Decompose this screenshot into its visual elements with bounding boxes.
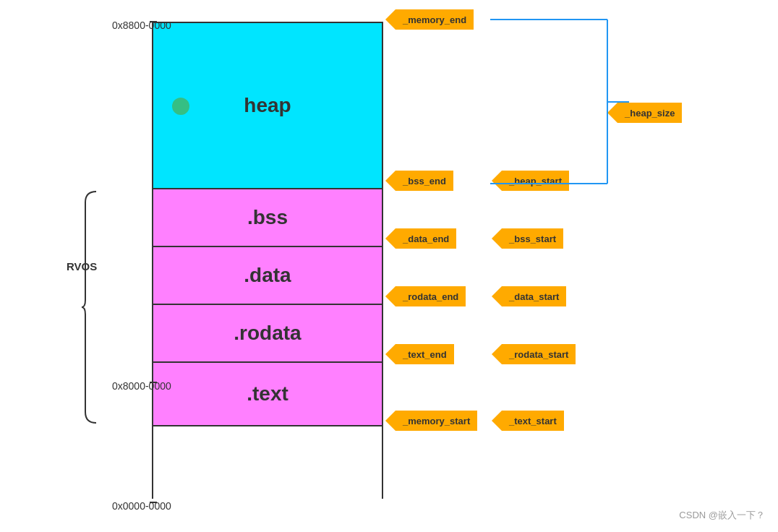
data-start-label: _data_start — [502, 286, 566, 306]
arrow-data-start: _data_start — [492, 286, 556, 306]
addr-top: 0x8800-0000 — [112, 20, 171, 31]
addr-tick-mid — [150, 382, 157, 383]
diagram-container: heap .bss .data .rodata .text 0x8800-000… — [0, 0, 778, 532]
bss-start-label: _bss_start — [502, 228, 563, 249]
text-end-label: _text_end — [396, 344, 454, 364]
watermark: CSDN @嵌入一下？ — [679, 509, 765, 522]
addr-mid: 0x8000-0000 — [112, 380, 171, 392]
heap-size-bracket — [383, 9, 651, 194]
memory-start-label: _memory_start — [396, 411, 477, 431]
bss-section: .bss — [152, 188, 383, 246]
arrow-rodata-start: _rodata_start — [492, 344, 565, 364]
addr-tick-bot — [150, 502, 157, 503]
data-label: .data — [153, 264, 382, 287]
addr-bot: 0x0000-0000 — [112, 500, 171, 512]
heap-decoration-circle — [172, 98, 189, 115]
text-label: .text — [153, 382, 382, 406]
data-end-label: _data_end — [396, 228, 456, 249]
addr-tick-top — [150, 21, 157, 22]
rodata-section: .rodata — [152, 304, 383, 361]
arrow-data-end: _data_end — [385, 228, 446, 249]
rvos-brace-svg — [78, 188, 100, 426]
data-section: .data — [152, 246, 383, 304]
text-start-label: _text_start — [502, 411, 564, 431]
rodata-end-label: _rodata_end — [396, 286, 466, 306]
mem-bottom-space — [152, 426, 383, 499]
arrow-rodata-end: _rodata_end — [385, 286, 456, 306]
arrow-text-start: _text_start — [492, 411, 554, 431]
arrow-memory-start: _memory_start — [385, 411, 467, 431]
bss-label: .bss — [153, 206, 382, 229]
arrow-text-end: _text_end — [385, 344, 444, 364]
rodata-start-label: _rodata_start — [502, 344, 576, 364]
arrow-bss-start: _bss_start — [492, 228, 553, 249]
rodata-label: .rodata — [153, 322, 382, 345]
text-section: .text — [152, 361, 383, 426]
